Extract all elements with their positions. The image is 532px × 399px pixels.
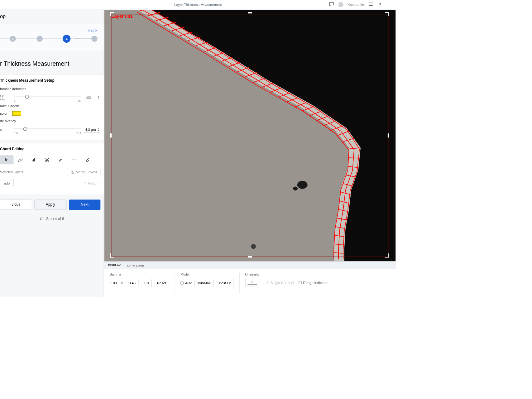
gamma-reset-button[interactable]: Reset bbox=[154, 279, 169, 287]
step-5[interactable]: 5 bbox=[91, 36, 97, 42]
num-points-value[interactable]: 100▲▼ bbox=[84, 95, 100, 100]
stepper-max: max 5 bbox=[0, 29, 99, 32]
setup-panel: Thickness Measurement Setup tomatic dete… bbox=[0, 75, 104, 140]
step-3[interactable]: 3 bbox=[37, 36, 43, 42]
svg-point-22 bbox=[293, 186, 298, 190]
tab-display[interactable]: DISPLAY bbox=[105, 262, 124, 269]
nav-buttons: vious Apply Next bbox=[0, 200, 104, 210]
merge-icon bbox=[71, 170, 74, 174]
svg-point-21 bbox=[297, 181, 308, 189]
gamma-10-button[interactable]: 1.0 bbox=[141, 279, 152, 287]
svg-rect-7 bbox=[33, 159, 34, 161]
titlebar: Layer Thickness Measurement Konstantin ?… bbox=[0, 0, 396, 9]
gamma-label: Gamma bbox=[109, 272, 169, 276]
tab-datazone[interactable]: DATA ZONE bbox=[124, 262, 147, 269]
tool-measure[interactable] bbox=[67, 156, 81, 164]
merge-layers-button[interactable]: Merge Layers bbox=[67, 168, 100, 176]
tool-edit[interactable] bbox=[54, 156, 67, 164]
single-channel-check[interactable]: Single Channel bbox=[266, 281, 294, 285]
bottom-tabs: DISPLAY DATA ZONE bbox=[104, 262, 396, 269]
stepper: max 5 2 3 4 5 bbox=[0, 24, 104, 51]
editing-header: Chord Editing bbox=[0, 147, 100, 151]
e-label: e bbox=[0, 128, 11, 132]
step-indicator: Step 4 of 6 bbox=[0, 217, 104, 221]
tool-chart[interactable] bbox=[27, 156, 40, 164]
color-swatch[interactable] bbox=[12, 111, 21, 116]
step-2[interactable]: 2 bbox=[10, 36, 16, 42]
layer-label: Layer 001 bbox=[111, 13, 133, 19]
minimize-icon[interactable]: — bbox=[387, 2, 394, 7]
setup-header: Thickness Measurement Setup bbox=[0, 79, 100, 83]
crop-tm[interactable] bbox=[248, 12, 252, 13]
chord-color-row[interactable]: color bbox=[0, 111, 100, 116]
apply-button[interactable]: Apply bbox=[34, 200, 66, 210]
help-icon[interactable]: ? bbox=[377, 2, 382, 7]
crop-bm[interactable] bbox=[248, 256, 252, 257]
previous-button[interactable]: vious bbox=[0, 200, 32, 210]
tool-select[interactable] bbox=[0, 156, 13, 164]
svg-point-23 bbox=[251, 244, 256, 249]
range-indicator-check[interactable]: Range Indicator bbox=[299, 281, 328, 285]
loop-label: op bbox=[0, 13, 104, 24]
auto-detect-row[interactable]: tomatic detection bbox=[0, 87, 100, 91]
channels-label: Channels bbox=[245, 272, 328, 276]
section-title: r Thickness Measurement bbox=[0, 51, 104, 75]
svg-rect-19 bbox=[40, 218, 43, 220]
sidebar: op max 5 2 3 4 5 r Thickness Measurement… bbox=[0, 9, 104, 297]
crop-bl[interactable] bbox=[110, 253, 114, 257]
undo-button[interactable]: ndo bbox=[0, 179, 14, 187]
step-4[interactable]: 4 bbox=[63, 35, 70, 43]
bottom-panel: Gamma 1.00▲▼ 0.45 1.0 Reset Mode Auto Mi… bbox=[104, 269, 396, 297]
menu-icon[interactable] bbox=[368, 2, 373, 7]
svg-line-16 bbox=[88, 158, 89, 160]
parallel-chords-row[interactable]: rallel Chords bbox=[0, 104, 100, 108]
e-value[interactable]: 4,3 µm▲▼ bbox=[84, 127, 100, 132]
hide-overlay-row[interactable]: de overlay bbox=[0, 119, 100, 123]
mode-minmax-button[interactable]: Min/Max bbox=[194, 279, 214, 287]
mode-auto-check[interactable]: Auto bbox=[180, 281, 192, 285]
tool-ruler[interactable] bbox=[13, 156, 27, 164]
e-slider[interactable]: 1,616,1 bbox=[14, 126, 82, 133]
gamma-045-button[interactable]: 0.45 bbox=[126, 279, 138, 287]
svg-rect-6 bbox=[32, 160, 32, 161]
tool-erase[interactable] bbox=[81, 156, 94, 164]
tool-cut[interactable] bbox=[41, 156, 54, 164]
channel-value[interactable]: 1 bbox=[245, 279, 259, 286]
user-name: Konstantin bbox=[347, 2, 364, 7]
num-points-label: r of ints bbox=[0, 94, 11, 101]
num-points-slider[interactable]: 2500 bbox=[14, 94, 82, 101]
canvas-area: Layer 001 DISPLAY DATA ZONE Gamma 1.00▲▼… bbox=[104, 9, 396, 297]
avatar-icon[interactable] bbox=[338, 2, 343, 7]
crop-br[interactable] bbox=[385, 253, 389, 257]
svg-rect-3 bbox=[18, 159, 22, 161]
svg-rect-8 bbox=[34, 158, 35, 161]
selected-layers-label: Selected Layers bbox=[0, 170, 23, 174]
crop-mr[interactable] bbox=[388, 133, 389, 137]
editing-panel: Chord Editing Selected Layers Merge Laye… bbox=[0, 143, 104, 195]
image-viewer[interactable]: Layer 001 bbox=[104, 10, 395, 261]
crop-tr[interactable] bbox=[385, 12, 389, 16]
redo-button: ↷ Redo bbox=[80, 179, 100, 187]
gamma-value[interactable]: 1.00▲▼ bbox=[109, 280, 123, 286]
crop-ml[interactable] bbox=[110, 133, 112, 137]
loop-icon bbox=[40, 217, 44, 221]
mode-bestfit-button[interactable]: Best Fit bbox=[216, 279, 234, 287]
next-button[interactable]: Next bbox=[69, 200, 100, 210]
chord-toolbar bbox=[0, 156, 100, 164]
comment-icon[interactable] bbox=[329, 2, 334, 7]
crop-tl[interactable] bbox=[110, 12, 114, 16]
mode-label: Mode bbox=[180, 272, 234, 276]
app-title: Layer Thickness Measurement bbox=[174, 2, 222, 7]
